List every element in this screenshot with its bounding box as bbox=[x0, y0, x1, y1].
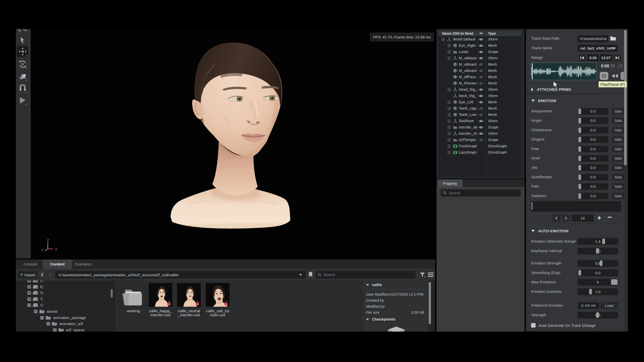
expander-icon[interactable]: + bbox=[448, 107, 451, 110]
stage-header[interactable]: Name (Old to New) Type bbox=[438, 31, 521, 36]
content-tree-row[interactable]: − V: bbox=[16, 302, 114, 308]
param-slider[interactable]: 0.6 bbox=[578, 260, 618, 267]
prim-name[interactable]: transfer_ch bbox=[459, 131, 477, 135]
prim-name[interactable]: M_offFace bbox=[459, 75, 477, 79]
content-item[interactable]: callie_sad_transfer.usd bbox=[203, 283, 233, 317]
add-keyframe-button[interactable]: + bbox=[597, 214, 601, 222]
select-tool-button[interactable] bbox=[17, 35, 28, 46]
rewind-icon[interactable] bbox=[612, 74, 618, 78]
import-button[interactable]: + Import bbox=[18, 271, 38, 279]
emotion-slider[interactable]: 0.0 bbox=[578, 174, 608, 180]
filter-icon[interactable] bbox=[420, 272, 426, 278]
solo-button[interactable]: Solo bbox=[612, 164, 624, 171]
stage-tree-row[interactable]: + M_uiMaste Xform bbox=[438, 55, 521, 61]
stage-tree-row[interactable]: + a2fTempla Scope bbox=[438, 137, 521, 143]
stage-tree-row[interactable]: + transfer_da Scope bbox=[438, 124, 521, 130]
content-tree-row[interactable]: − assets bbox=[16, 308, 114, 315]
attached-prims-header[interactable]: ATTACHED PRIMS bbox=[531, 87, 571, 92]
stage-tree-row[interactable]: + Eye_Left Mesh bbox=[438, 99, 521, 105]
info-title-row[interactable]: callie bbox=[366, 283, 382, 287]
visibility-eye-icon[interactable] bbox=[478, 37, 484, 41]
param-slider[interactable]: 1.4 bbox=[578, 238, 618, 245]
audio-waveform[interactable] bbox=[531, 63, 596, 80]
expander-icon[interactable]: + bbox=[448, 126, 451, 129]
visibility-eye-icon[interactable] bbox=[478, 44, 484, 48]
stage-tree-row[interactable]: + PushGraph OmniGraph bbox=[438, 143, 521, 149]
expander-icon[interactable]: + bbox=[27, 281, 31, 282]
track-name-dropdown[interactable]: cal_bp3_ch01_int0 bbox=[578, 45, 618, 52]
remove-keyframe-button[interactable]: − bbox=[608, 213, 612, 221]
emotion-slider[interactable]: 0.0 bbox=[578, 136, 608, 143]
expander-icon[interactable]: − bbox=[34, 310, 37, 313]
content-search-input[interactable]: Search bbox=[315, 271, 416, 279]
visibility-eye-icon[interactable] bbox=[478, 132, 484, 135]
a2f-scrollbar[interactable] bbox=[624, 30, 627, 165]
emotion-slider[interactable]: 0.0 bbox=[578, 183, 608, 190]
tree-scrollbar[interactable] bbox=[111, 289, 113, 298]
next-keyframe-button[interactable] bbox=[562, 215, 570, 222]
emotion-slider[interactable]: 0.0 bbox=[578, 146, 608, 152]
param-slider[interactable]: 1.0 bbox=[578, 248, 618, 254]
expander-icon[interactable]: + bbox=[27, 291, 31, 295]
stage-tree-row[interactable]: + M_Phonem Mesh bbox=[438, 80, 521, 86]
emotion-slider[interactable]: 0.0 bbox=[578, 155, 608, 162]
stage-tree-row[interactable]: + Neck_Rig_l Xform bbox=[438, 93, 521, 99]
prim-name[interactable]: Head_Rig_ bbox=[459, 87, 477, 92]
expander-icon[interactable]: + bbox=[448, 113, 451, 116]
prim-name[interactable]: PushGraph bbox=[459, 144, 477, 148]
visibility-eye-icon[interactable] bbox=[478, 144, 484, 148]
prim-name[interactable]: M_Phonem bbox=[459, 81, 477, 85]
expander-icon[interactable]: + bbox=[448, 88, 451, 91]
visibility-eye-icon[interactable] bbox=[478, 75, 484, 79]
stage-tree-row[interactable]: + Teeth_Upp Mesh bbox=[438, 105, 521, 112]
prim-name[interactable]: Eye_Left bbox=[459, 100, 477, 104]
visibility-eye-icon[interactable] bbox=[478, 113, 484, 117]
emotion-section-header[interactable]: EMOTION bbox=[531, 99, 556, 103]
property-tab[interactable]: Property bbox=[437, 179, 463, 187]
emotion-slider[interactable]: 0.0 bbox=[578, 108, 608, 115]
content-item[interactable]: working bbox=[118, 283, 148, 313]
prim-name[interactable]: Looks bbox=[459, 50, 477, 54]
expander-icon[interactable]: + bbox=[27, 297, 31, 301]
expander-icon[interactable]: + bbox=[448, 50, 451, 54]
content-tree-row[interactable]: − animation_a2f bbox=[16, 321, 114, 327]
expander-icon[interactable]: − bbox=[40, 316, 44, 320]
tab-console[interactable]: Console bbox=[16, 259, 45, 269]
item-thumbnail[interactable] bbox=[177, 283, 201, 307]
track-root-path-field[interactable]: V:/assets/anima bbox=[578, 35, 608, 42]
expander-icon[interactable]: − bbox=[441, 38, 445, 41]
range-end-field[interactable]: 13.07 bbox=[600, 54, 612, 61]
visibility-eye-icon[interactable] bbox=[478, 56, 484, 60]
visibility-eye-icon[interactable] bbox=[478, 50, 484, 54]
strength-slider[interactable]: 0.5 bbox=[578, 312, 618, 319]
keyframe-strip[interactable] bbox=[531, 201, 621, 212]
stage-tree-row[interactable]: + Teeth_Low Mesh bbox=[438, 112, 521, 118]
folder-name[interactable]: T: bbox=[40, 297, 43, 301]
content-tree-row[interactable]: + E: bbox=[16, 284, 114, 290]
prim-name[interactable]: Neck_Rig_l bbox=[459, 94, 477, 98]
folder-name[interactable]: a2f_source bbox=[66, 328, 85, 332]
list-view-icon[interactable] bbox=[428, 272, 434, 277]
folder-browse-icon[interactable] bbox=[610, 36, 616, 41]
stage-tree-row[interactable]: + Looks Scope bbox=[438, 49, 521, 55]
visibility-eye-icon[interactable] bbox=[478, 119, 484, 123]
solo-button[interactable]: Solo bbox=[612, 108, 624, 115]
visibility-eye-icon[interactable] bbox=[478, 81, 484, 85]
stage-tree-row[interactable]: + SkelRoot Xform bbox=[438, 118, 521, 124]
range-start-field[interactable]: 0.00 bbox=[587, 54, 599, 61]
collapse-caret-icon[interactable] bbox=[366, 319, 369, 320]
visibility-eye-icon[interactable] bbox=[478, 69, 484, 73]
visibility-eye-icon[interactable] bbox=[478, 138, 484, 142]
emotion-slider[interactable]: 0.0 bbox=[578, 127, 608, 133]
visibility-eye-icon[interactable] bbox=[478, 94, 484, 98]
param-slider[interactable]: 1.0 bbox=[578, 288, 618, 295]
content-tree-row[interactable]: + T: bbox=[16, 296, 114, 302]
prim-name[interactable]: Teeth_Upp bbox=[459, 106, 477, 110]
expander-icon[interactable]: − bbox=[53, 328, 57, 332]
expander-icon[interactable]: − bbox=[27, 303, 31, 307]
solo-button[interactable]: Solo bbox=[612, 136, 624, 143]
solo-button[interactable]: Solo bbox=[612, 155, 624, 162]
emotion-slider[interactable]: 0.0 bbox=[578, 164, 608, 171]
prim-name[interactable]: SkelRoot bbox=[459, 119, 477, 123]
skip-to-start-button[interactable] bbox=[578, 54, 586, 61]
